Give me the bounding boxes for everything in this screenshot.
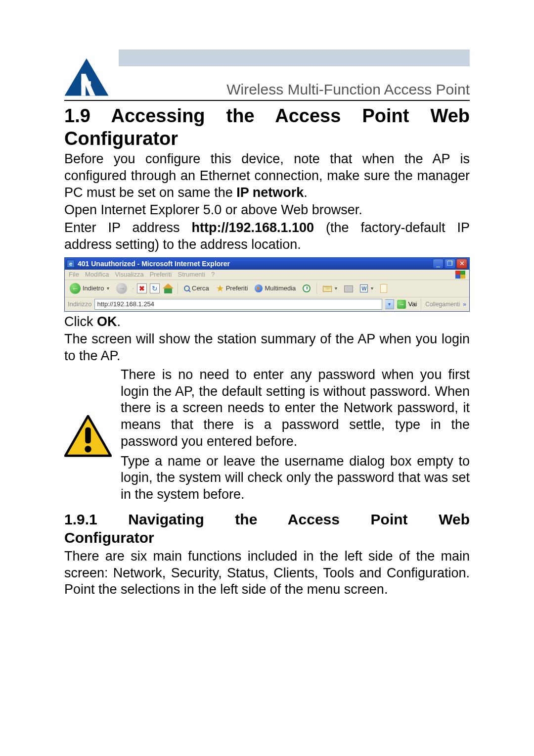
stop-button[interactable]: ✖ bbox=[137, 284, 147, 293]
ie-menubar: File Modifica Visualizza Preferiti Strum… bbox=[65, 270, 469, 280]
home-button[interactable] bbox=[163, 284, 174, 293]
search-icon bbox=[184, 285, 190, 291]
multimedia-button[interactable]: Multimedia bbox=[253, 284, 298, 293]
history-button[interactable] bbox=[301, 284, 312, 293]
section-heading-line2: Configurator bbox=[64, 128, 470, 150]
after-click-para: The screen will show the station summary… bbox=[64, 331, 470, 365]
click-ok-pre: Click bbox=[64, 314, 97, 329]
go-arrow-icon: → bbox=[397, 300, 406, 309]
header-subtitle: Wireless Multi-Function Access Point bbox=[119, 81, 470, 98]
word-icon: W bbox=[360, 284, 368, 292]
ie-screenshot: e 401 Unauthorized - Microsoft Internet … bbox=[64, 257, 470, 312]
click-ok-post: . bbox=[117, 314, 121, 329]
links-label[interactable]: Collegamenti bbox=[425, 301, 460, 308]
multimedia-label: Multimedia bbox=[265, 284, 296, 292]
media-icon bbox=[255, 284, 263, 292]
favorites-button[interactable]: ★ Preferiti bbox=[214, 282, 250, 295]
subsection-heading: 1.9.1 Navigating the Access Point Web Co… bbox=[64, 510, 470, 547]
back-icon: ← bbox=[70, 283, 81, 294]
subsection-heading-l1: 1.9.1 Navigating the Access Point Web bbox=[64, 510, 470, 529]
forward-button[interactable]: → bbox=[114, 282, 129, 295]
svg-rect-5 bbox=[85, 427, 90, 443]
ie-window-controls: _ ❐ ✕ bbox=[433, 259, 467, 269]
minimize-button[interactable]: _ bbox=[433, 259, 444, 269]
document-page: Wireless Multi-Function Access Point 1.9… bbox=[0, 0, 534, 756]
brand-logo bbox=[64, 58, 109, 98]
back-label: Indietro bbox=[83, 284, 104, 292]
intro-para-1: Before you configure this device, note t… bbox=[64, 151, 470, 201]
addrbar-separator bbox=[421, 299, 421, 310]
ie-window-title: 401 Unauthorized - Microsoft Internet Ex… bbox=[78, 260, 433, 268]
menu-tools[interactable]: Strumenti bbox=[178, 271, 205, 278]
svg-rect-3 bbox=[81, 81, 91, 85]
intro-para-3: Enter IP address http://192.168.1.100 (t… bbox=[64, 220, 470, 253]
favorites-label: Preferiti bbox=[226, 284, 248, 292]
header-title-wrap: Wireless Multi-Function Access Point bbox=[119, 49, 470, 98]
address-value: http://192.168.1.254 bbox=[97, 300, 154, 308]
close-button[interactable]: ✕ bbox=[456, 259, 467, 269]
warning-para-1: There is no need to enter any password w… bbox=[121, 367, 470, 450]
page-icon bbox=[380, 284, 387, 293]
edit-button[interactable]: W ▾ bbox=[358, 284, 375, 293]
maximize-button[interactable]: ❐ bbox=[445, 259, 455, 269]
page-header: Wireless Multi-Function Access Point bbox=[64, 49, 470, 101]
section-heading-line1: 1.9 Accessing the Access Point Web bbox=[64, 105, 470, 128]
address-dropdown-button[interactable]: ▾ bbox=[385, 299, 394, 309]
go-label: Vai bbox=[408, 300, 417, 308]
search-button[interactable]: Cerca bbox=[182, 284, 211, 293]
discuss-button[interactable] bbox=[378, 283, 389, 294]
ie-app-icon: e bbox=[67, 260, 75, 268]
menu-edit[interactable]: Modifica bbox=[85, 271, 109, 278]
go-button[interactable]: → Vai bbox=[397, 300, 417, 309]
print-icon bbox=[344, 285, 353, 292]
address-input[interactable]: http://192.168.1.254 bbox=[94, 299, 382, 310]
toolbar-separator bbox=[178, 283, 178, 294]
chevron-right-icon[interactable]: » bbox=[463, 301, 466, 308]
toolbar-separator-2 bbox=[316, 283, 317, 294]
intro-para-1-bold: IP network bbox=[236, 185, 304, 200]
click-ok-line: Click OK. bbox=[64, 314, 470, 331]
warning-text: There is no need to enter any password w… bbox=[121, 367, 470, 506]
chevron-down-icon: ▾ bbox=[335, 285, 337, 291]
intro-para-1-post: . bbox=[304, 185, 308, 200]
chevron-down-icon: ▾ bbox=[371, 285, 373, 291]
ie-toolbar: ← Indietro ▾ → · ✖ ↻ Cerca ★ Preferiti bbox=[65, 280, 469, 297]
history-icon bbox=[303, 284, 311, 292]
click-ok-bold: OK bbox=[97, 314, 117, 329]
ie-titlebar: e 401 Unauthorized - Microsoft Internet … bbox=[65, 258, 469, 270]
print-button[interactable] bbox=[342, 284, 355, 293]
menu-favorites[interactable]: Preferiti bbox=[150, 271, 172, 278]
back-button[interactable]: ← Indietro ▾ bbox=[68, 282, 111, 295]
toolbar-dash: · bbox=[132, 284, 134, 292]
address-label: Indirizzo bbox=[68, 300, 91, 308]
intro-para-3-pre: Enter IP address bbox=[64, 220, 191, 235]
intro-para-2: Open Internet Explorer 5.0 or above Web … bbox=[64, 202, 470, 219]
warning-icon bbox=[64, 415, 112, 458]
warning-block: There is no need to enter any password w… bbox=[64, 367, 470, 506]
menu-help[interactable]: ? bbox=[211, 271, 215, 278]
ie-address-bar: Indirizzo http://192.168.1.254 ▾ → Vai C… bbox=[65, 297, 469, 311]
star-icon: ★ bbox=[216, 283, 224, 294]
warning-para-2: Type a name or leave the username dialog… bbox=[121, 453, 470, 503]
header-decorative-bar bbox=[119, 49, 470, 66]
search-label: Cerca bbox=[192, 284, 209, 292]
section-heading: 1.9 Accessing the Access Point Web Confi… bbox=[64, 105, 470, 150]
subsection-heading-l2: Configurator bbox=[64, 528, 470, 547]
svg-point-6 bbox=[85, 446, 91, 452]
forward-icon: → bbox=[116, 283, 127, 294]
subsection-para: There are six main functions included in… bbox=[64, 548, 470, 598]
refresh-button[interactable]: ↻ bbox=[150, 284, 160, 293]
intro-para-3-bold: http://192.168.1.100 bbox=[191, 220, 314, 235]
chevron-down-icon: ▾ bbox=[107, 285, 109, 291]
mail-button[interactable]: ▾ bbox=[321, 284, 339, 293]
menu-view[interactable]: Visualizza bbox=[115, 271, 143, 278]
windows-flag-icon bbox=[455, 271, 465, 279]
menu-file[interactable]: File bbox=[69, 271, 79, 278]
mail-icon bbox=[323, 286, 332, 292]
